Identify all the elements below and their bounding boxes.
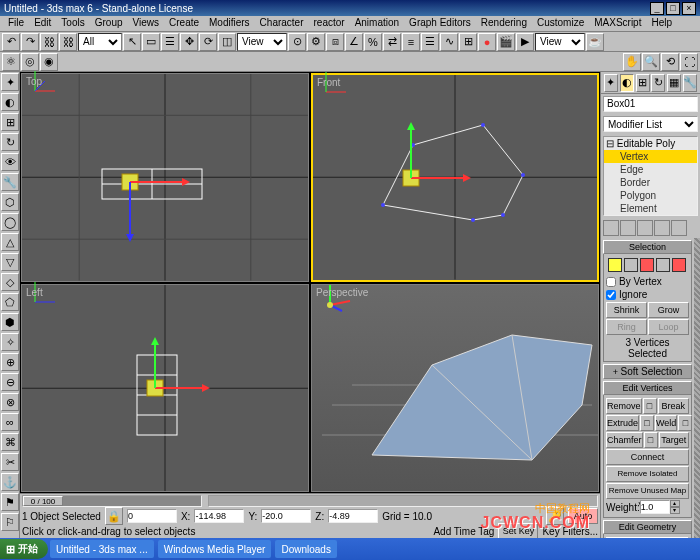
tab-utilities-icon[interactable]: 🔧 xyxy=(683,74,697,92)
menu-reactor[interactable]: reactor xyxy=(310,16,349,31)
z-input[interactable] xyxy=(328,509,378,523)
x-input[interactable] xyxy=(194,509,244,523)
add-time-tag[interactable]: Add Time Tag xyxy=(433,526,494,537)
lt-btn11[interactable]: ◇ xyxy=(1,273,19,291)
lt-btn8[interactable]: ◯ xyxy=(1,213,19,231)
pan-icon[interactable]: ✋ xyxy=(623,53,641,71)
viewport-front[interactable]: Front xyxy=(311,73,599,282)
shrink-button[interactable]: Shrink xyxy=(606,302,647,318)
undo-icon[interactable]: ↶ xyxy=(2,33,20,51)
rotate-icon[interactable]: ⟳ xyxy=(199,33,217,51)
remove-mod-icon[interactable] xyxy=(654,220,670,236)
key-icon[interactable]: 🔑 xyxy=(546,507,564,525)
stack-element[interactable]: Element xyxy=(604,202,697,215)
maximize-vp-icon[interactable]: ⛶ xyxy=(680,53,698,71)
removeiso-button[interactable]: Remove Isolated Vertices xyxy=(606,466,689,482)
pin-icon[interactable] xyxy=(603,220,619,236)
selection-filter[interactable]: All xyxy=(78,33,122,51)
zoom-icon[interactable]: 🔍 xyxy=(642,53,660,71)
task-wmp[interactable]: Windows Media Player xyxy=(158,540,272,558)
subobj-element-icon[interactable] xyxy=(672,258,686,272)
tab-modify-icon[interactable]: ◐ xyxy=(620,74,634,92)
lt-btn20[interactable]: ✂ xyxy=(1,453,19,471)
remove-button[interactable]: Remove xyxy=(606,398,642,414)
targetweld-button[interactable]: Target Weld xyxy=(659,432,689,448)
lt-btn13[interactable]: ⬢ xyxy=(1,313,19,331)
chamfer-button[interactable]: Chamfer xyxy=(606,432,643,448)
config-icon[interactable] xyxy=(671,220,687,236)
tab-hierarchy-icon[interactable]: ⊞ xyxy=(1,113,19,131)
extrude-button[interactable]: Extrude xyxy=(606,415,639,431)
chamfer-opt[interactable]: □ xyxy=(644,432,658,448)
subobj-vertex-icon[interactable] xyxy=(608,258,622,272)
loop-button[interactable]: Loop xyxy=(648,319,689,335)
align-icon[interactable]: ≡ xyxy=(402,33,420,51)
viewport-perspective[interactable]: Perspective xyxy=(311,284,599,493)
lt-btn17[interactable]: ⊗ xyxy=(1,393,19,411)
rollout-selection[interactable]: Selection xyxy=(603,240,692,254)
manipulate-icon[interactable]: ⚙ xyxy=(307,33,325,51)
lt-btn23[interactable]: ⚐ xyxy=(1,513,19,531)
render-scene-icon[interactable]: 🎬 xyxy=(497,33,515,51)
make-unique-icon[interactable] xyxy=(637,220,653,236)
menu-modifiers[interactable]: Modifiers xyxy=(205,16,254,31)
quick-render-icon[interactable]: ▶ xyxy=(516,33,534,51)
layers-icon[interactable]: ☰ xyxy=(421,33,439,51)
panel-scroll[interactable] xyxy=(694,238,700,538)
subobj-edge-icon[interactable] xyxy=(624,258,638,272)
show-result-icon[interactable] xyxy=(620,220,636,236)
menu-rendering[interactable]: Rendering xyxy=(477,16,531,31)
angle-snap-icon[interactable]: ∠ xyxy=(345,33,363,51)
menu-grapheditors[interactable]: Graph Editors xyxy=(405,16,475,31)
spinner-up-icon[interactable]: ▴ xyxy=(670,500,680,507)
modifier-list[interactable]: Modifier List xyxy=(603,116,698,132)
rollout-editgeom[interactable]: Edit Geometry xyxy=(603,520,692,534)
percent-snap-icon[interactable]: % xyxy=(364,33,382,51)
connect-button[interactable]: Connect xyxy=(606,449,689,465)
select-icon[interactable]: ↖ xyxy=(123,33,141,51)
mirror-icon[interactable]: ⇄ xyxy=(383,33,401,51)
menu-views[interactable]: Views xyxy=(129,16,164,31)
select-name-icon[interactable]: ☰ xyxy=(161,33,179,51)
tab-motion-icon[interactable]: ↻ xyxy=(651,74,665,92)
lt-btn9[interactable]: △ xyxy=(1,233,19,251)
render-type[interactable]: View xyxy=(535,33,585,51)
link-icon[interactable]: ⛓ xyxy=(40,33,58,51)
menu-customize[interactable]: Customize xyxy=(533,16,588,31)
select-region-icon[interactable]: ▭ xyxy=(142,33,160,51)
ignore-checkbox[interactable] xyxy=(606,290,616,300)
rollout-editverts[interactable]: Edit Vertices xyxy=(603,381,692,395)
subobj-border-icon[interactable] xyxy=(640,258,654,272)
task-3dsmax[interactable]: Untitled - 3ds max ... xyxy=(50,540,154,558)
ring-button[interactable]: Ring xyxy=(606,319,647,335)
tab-modify-icon[interactable]: ◐ xyxy=(1,93,19,111)
remove-opt[interactable]: □ xyxy=(643,398,657,414)
keyfilters-button[interactable]: Key Filters... xyxy=(542,526,598,537)
lt-btn10[interactable]: ▽ xyxy=(1,253,19,271)
orbit-icon[interactable]: ⟲ xyxy=(661,53,679,71)
modifier-stack[interactable]: ⊟ Editable Poly Vertex Edge Border Polyg… xyxy=(603,136,698,216)
weld-button[interactable]: Weld xyxy=(655,415,677,431)
menu-group[interactable]: Group xyxy=(91,16,127,31)
tab-create-icon[interactable]: ✦ xyxy=(1,73,19,91)
material-icon[interactable]: ● xyxy=(478,33,496,51)
stack-border[interactable]: Border xyxy=(604,176,697,189)
redo-icon[interactable]: ↷ xyxy=(21,33,39,51)
lt-btn14[interactable]: ✧ xyxy=(1,333,19,351)
start-button[interactable]: ⊞ 开始 xyxy=(0,539,48,559)
frame-input[interactable] xyxy=(127,509,177,523)
stack-root[interactable]: ⊟ Editable Poly xyxy=(604,137,697,150)
break-button[interactable]: Break xyxy=(658,398,689,414)
subobj-polygon-icon[interactable] xyxy=(656,258,670,272)
lt-btn18[interactable]: ∞ xyxy=(1,413,19,431)
reactor-icon[interactable]: ⚛ xyxy=(2,53,20,71)
move-icon[interactable]: ✥ xyxy=(180,33,198,51)
y-input[interactable] xyxy=(261,509,311,523)
stack-vertex[interactable]: Vertex xyxy=(604,150,697,163)
menu-edit[interactable]: Edit xyxy=(30,16,55,31)
tab-display-icon[interactable]: ▦ xyxy=(667,74,681,92)
lock-icon[interactable]: 🔒 xyxy=(105,507,123,525)
rollout-softsel[interactable]: + Soft Selection xyxy=(603,364,692,379)
menu-maxscript[interactable]: MAXScript xyxy=(590,16,645,31)
menu-animation[interactable]: Animation xyxy=(351,16,403,31)
